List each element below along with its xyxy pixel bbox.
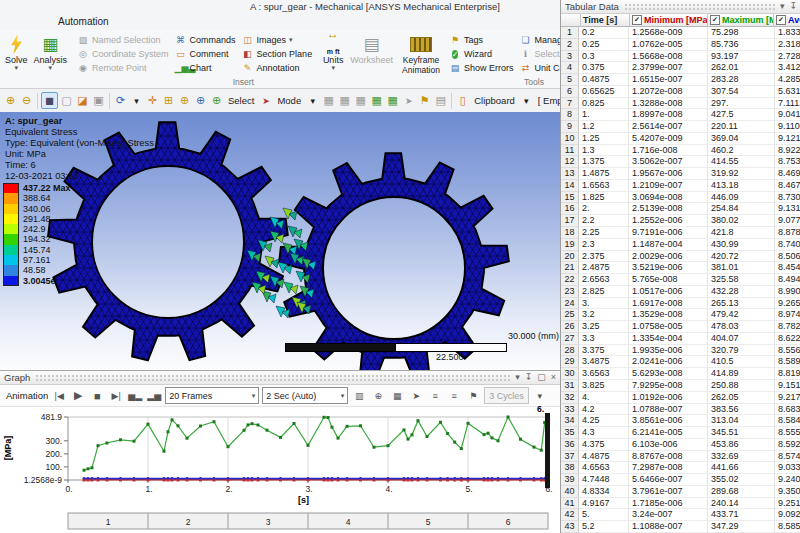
table-cell[interactable]: 3.25 — [579, 321, 629, 333]
go-to-end-button[interactable]: ▶| — [108, 388, 124, 404]
table-cell[interactable]: 250.88 — [708, 380, 775, 392]
table-row[interactable]: 404.83343.7961e-007289.689.3502 — [561, 486, 800, 498]
table-cell[interactable]: 2.2 — [579, 215, 629, 227]
table-cell[interactable]: 85.736 — [708, 39, 775, 51]
stress-time-chart[interactable]: 481.9300.200.100.1.2568e-90.1.2.3.4.5.6.… — [0, 406, 560, 533]
table-cell[interactable]: 8.5566 — [775, 345, 800, 357]
table-cell[interactable]: 4. — [579, 392, 629, 404]
table-cell[interactable]: 383.56 — [708, 404, 775, 416]
select-filter-edge-icon[interactable]: ▦ — [337, 93, 352, 108]
minimum-column-header[interactable]: ✓ Minimum [MPa] — [630, 14, 708, 27]
table-cell[interactable]: 5.6311 — [775, 86, 800, 98]
table-cell[interactable]: 2.4875 — [579, 262, 629, 274]
table-cell[interactable]: 7.1112 — [775, 98, 800, 110]
table-cell[interactable]: 9.0926 — [775, 509, 800, 521]
units-button[interactable]: ↔ m ft Units ▾ — [319, 31, 347, 88]
table-cell[interactable]: 381.01 — [708, 262, 775, 274]
commands-button[interactable]: ⌘ Commands — [175, 33, 236, 46]
row-number-cell[interactable]: 11 — [561, 145, 579, 157]
row-number-cell[interactable]: 31 — [561, 380, 579, 392]
row-number-cell[interactable]: 13 — [561, 168, 579, 180]
table-cell[interactable]: 1.3354e-004 — [629, 333, 708, 345]
wizard-button[interactable]: ✓ Wizard — [449, 47, 514, 60]
table-cell[interactable]: 9.2519 — [775, 498, 800, 510]
rotate-caret-icon[interactable]: ▾ — [129, 93, 144, 108]
table-cell[interactable]: 283.28 — [708, 74, 775, 86]
table-cell[interactable]: 345.51 — [708, 427, 775, 439]
table-row[interactable]: 435.21.1088e-007347.298.5852 — [561, 521, 800, 533]
table-cell[interactable]: 8.6225 — [775, 333, 800, 345]
table-cell[interactable]: 2.3188 — [775, 39, 800, 51]
table-cell[interactable]: 421.8 — [708, 227, 775, 239]
table-row[interactable]: 334.21.0788e-007383.568.6833 — [561, 404, 800, 416]
table-cell[interactable]: 3.5219e-006 — [629, 262, 708, 274]
table-cell[interactable]: 1.716e-008 — [629, 145, 708, 157]
promote-icon[interactable]: ➤ — [408, 388, 424, 404]
table-cell[interactable]: 1.2552e-006 — [629, 215, 708, 227]
table-cell[interactable]: 453.86 — [708, 439, 775, 451]
table-cell[interactable]: 0.3 — [579, 51, 629, 63]
table-cell[interactable]: 240.14 — [708, 498, 775, 510]
table-row[interactable]: 354.36.2141e-005345.518.5557 — [561, 427, 800, 439]
table-row[interactable]: 172.21.2552e-006380.029.0777 — [561, 215, 800, 227]
tab-automation[interactable]: Automation — [52, 14, 115, 30]
table-cell[interactable]: 332.69 — [708, 451, 775, 463]
row-number-cell[interactable]: 2 — [561, 39, 579, 51]
images-button[interactable]: ◫ Images ▾ — [242, 33, 313, 46]
duration-dropdown[interactable]: 2 Sec (Auto) ▾ — [262, 387, 348, 404]
table-cell[interactable]: 2.7285 — [775, 51, 800, 63]
table-cell[interactable]: 433.71 — [708, 509, 775, 521]
table-cell[interactable]: 0.25 — [579, 39, 629, 51]
table-cell[interactable]: 1.6515e-007 — [629, 74, 708, 86]
table-cell[interactable]: 320.79 — [708, 345, 775, 357]
table-row[interactable]: 121.3753.5062e-007414.558.7539 — [561, 156, 800, 168]
table-cell[interactable]: 1.0517e-006 — [629, 286, 708, 298]
play-button[interactable]: ▶ — [70, 388, 86, 404]
table-cell[interactable]: 9.1311 — [775, 203, 800, 215]
rgb-grid-icon[interactable]: ▦ — [389, 388, 405, 404]
table-cell[interactable]: 446.09 — [708, 192, 775, 204]
table-cell[interactable]: 8.9909 — [775, 286, 800, 298]
table-cell[interactable]: 313.04 — [708, 415, 775, 427]
table-cell[interactable]: 8.5064 — [775, 251, 800, 263]
table-cell[interactable]: 5.6293e-008 — [629, 368, 708, 380]
table-row[interactable]: 151.8253.0694e-008446.098.7303 — [561, 192, 800, 204]
go-to-start-button[interactable]: |◀ — [51, 388, 67, 404]
table-cell[interactable]: 4.4875 — [579, 451, 629, 463]
table-cell[interactable]: 9.0416 — [775, 109, 800, 121]
table-cell[interactable]: 9.3502 — [775, 486, 800, 498]
row-number-cell[interactable]: 28 — [561, 345, 579, 357]
table-cell[interactable]: 4.7448 — [579, 474, 629, 486]
table-cell[interactable]: 4.2 — [579, 404, 629, 416]
row-number-cell[interactable]: 39 — [561, 474, 579, 486]
table-cell[interactable]: 9.1513 — [775, 380, 800, 392]
units-caret-icon[interactable]: ▾ — [331, 65, 335, 71]
row-number-cell[interactable]: 18 — [561, 227, 579, 239]
table-cell[interactable]: 2.5139e-008 — [629, 203, 708, 215]
table-cell[interactable]: 1.2 — [579, 121, 629, 133]
result-toggle-distributed[interactable]: ▅▂ — [127, 388, 143, 404]
table-cell[interactable]: 3.7961e-007 — [629, 486, 708, 498]
solve-button[interactable]: Solve ▾ — [2, 31, 31, 88]
row-number-cell[interactable]: 5 — [561, 74, 579, 86]
table-cell[interactable]: 262.05 — [708, 392, 775, 404]
maximum-checkbox[interactable]: ✓ — [710, 15, 720, 25]
table-cell[interactable]: 1.9935e-006 — [629, 345, 708, 357]
table-row[interactable]: 60.656251.2072e-008307.545.6311 — [561, 86, 800, 98]
table-cell[interactable]: 1.1088e-007 — [629, 521, 708, 533]
table-cell[interactable]: 1.2072e-008 — [629, 86, 708, 98]
table-cell[interactable]: 3.375 — [579, 345, 629, 357]
table-row[interactable]: 162.2.5139e-008254.849.1311 — [561, 203, 800, 215]
table-cell[interactable]: 1.2568e-009 — [629, 27, 708, 39]
frames-dropdown[interactable]: 20 Frames ▾ — [165, 387, 259, 404]
table-row[interactable]: 374.48758.8767e-008332.698.574 — [561, 451, 800, 463]
zoom-selection-icon[interactable]: ⊕ — [193, 93, 208, 108]
table-row[interactable]: 303.65635.6293e-008414.898.8191 — [561, 368, 800, 380]
table-cell[interactable]: 3.4875 — [579, 356, 629, 368]
table-cell[interactable]: 369.04 — [708, 133, 775, 145]
table-row[interactable]: 50.48751.6515e-007283.284.2859 — [561, 74, 800, 86]
table-cell[interactable]: 8.7405 — [775, 239, 800, 251]
table-cell[interactable]: 4.8334 — [579, 486, 629, 498]
table-cell[interactable]: 3.825 — [579, 380, 629, 392]
row-number-cell[interactable]: 22 — [561, 274, 579, 286]
